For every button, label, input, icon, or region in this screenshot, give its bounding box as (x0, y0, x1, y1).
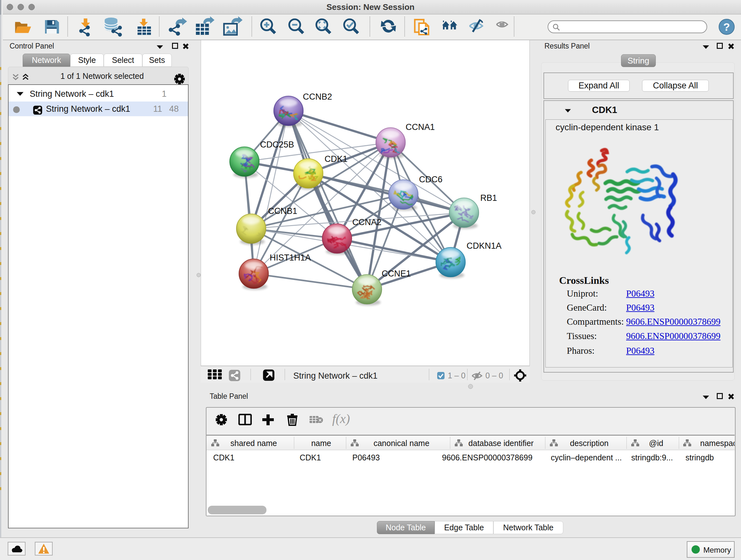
svg-text:CCNB1: CCNB1 (268, 206, 297, 216)
svg-text:CDC25B: CDC25B (260, 140, 294, 149)
svg-text:CDK1: CDK1 (325, 154, 347, 164)
svg-text:RB1: RB1 (480, 193, 497, 203)
svg-text:CCNB2: CCNB2 (303, 92, 332, 102)
svg-text:CCNA2: CCNA2 (352, 217, 382, 227)
svg-text:CCNA1: CCNA1 (406, 122, 435, 132)
svg-text:CDC6: CDC6 (419, 175, 443, 184)
svg-text:CCNE1: CCNE1 (382, 269, 411, 278)
svg-text:HIST1H1A: HIST1H1A (270, 253, 311, 262)
svg-text:CDKN1A: CDKN1A (467, 241, 502, 251)
